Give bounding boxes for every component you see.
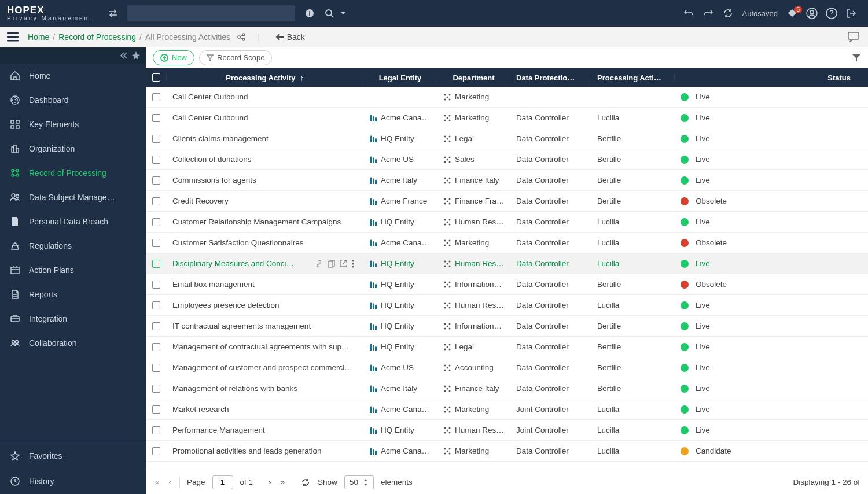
org-icon — [443, 156, 451, 164]
new-button[interactable]: New — [153, 50, 194, 65]
next-page-icon[interactable]: › — [267, 478, 273, 486]
row-checkbox[interactable] — [146, 343, 167, 351]
sidebar-item-history[interactable]: History — [0, 469, 146, 494]
sidebar-item-dashboard[interactable]: Dashboard — [0, 88, 146, 112]
undo-icon[interactable] — [682, 7, 695, 20]
table-row[interactable]: Management of contractual agreements wit… — [146, 337, 868, 357]
col-status[interactable]: Status — [675, 73, 868, 82]
col-dpo[interactable]: Data Protectio… — [510, 73, 591, 82]
row-checkbox[interactable] — [146, 156, 167, 164]
row-checkbox[interactable] — [146, 197, 167, 205]
table-row[interactable]: Clients claims managementHQ EntityLegalD… — [146, 128, 868, 149]
redo-icon[interactable] — [702, 7, 715, 20]
row-checkbox[interactable] — [146, 114, 167, 122]
sidebar-item-integration[interactable]: Integration — [0, 307, 146, 331]
logout-icon[interactable] — [845, 7, 858, 20]
table-row[interactable]: Management of relations with banksAcme I… — [146, 378, 868, 399]
cell-entity: Acme US — [363, 363, 437, 372]
open-icon[interactable] — [340, 260, 347, 268]
sidebar-item-record-of-processing[interactable]: Record of Processing — [0, 161, 146, 185]
select-all-checkbox[interactable] — [146, 73, 167, 82]
table-row[interactable]: IT contractual agreements managementHQ E… — [146, 316, 868, 337]
table-row[interactable]: Customer Satisfaction QuestionnairesAcme… — [146, 233, 868, 253]
row-checkbox[interactable] — [146, 301, 167, 309]
row-checkbox[interactable] — [146, 260, 167, 268]
table-row[interactable]: Call Center OutboundAcme Cana…MarketingD… — [146, 108, 868, 128]
row-checkbox[interactable] — [146, 447, 167, 455]
sidebar-item-organization[interactable]: Organization — [0, 137, 146, 161]
row-checkbox[interactable] — [146, 239, 167, 247]
status-dot — [681, 447, 689, 455]
link-icon[interactable] — [315, 260, 323, 268]
table-row[interactable]: Call Center OutboundMarketingLive — [146, 87, 868, 108]
table-row[interactable]: Commissions for agentsAcme ItalyFinance … — [146, 170, 868, 191]
refresh-page-icon[interactable] — [300, 478, 311, 486]
first-page-icon[interactable]: « — [154, 478, 161, 486]
prev-page-icon[interactable]: ‹ — [168, 478, 173, 486]
table-row[interactable]: Customer Relationship Management Campaig… — [146, 212, 868, 233]
row-checkbox[interactable] — [146, 281, 167, 289]
sidebar-item-personal-data-breach[interactable]: Personal Data Breach — [0, 209, 146, 234]
row-checkbox[interactable] — [146, 135, 167, 143]
last-page-icon[interactable]: » — [279, 478, 286, 486]
row-checkbox[interactable] — [146, 176, 167, 185]
filter-button[interactable] — [852, 53, 861, 62]
sidebar-item-regulations[interactable]: Regulations — [0, 234, 146, 258]
col-department[interactable]: Department — [437, 73, 510, 82]
row-checkbox[interactable] — [146, 385, 167, 393]
page-input[interactable] — [212, 475, 233, 489]
row-checkbox[interactable] — [146, 426, 167, 434]
svg-point-105 — [449, 369, 451, 371]
status-dot — [681, 197, 689, 205]
row-checkbox[interactable] — [146, 218, 167, 226]
back-button[interactable]: Back — [275, 32, 305, 42]
page-size-select[interactable]: 50 — [344, 475, 374, 489]
row-checkbox[interactable] — [146, 364, 167, 372]
search-icon[interactable] — [323, 7, 336, 20]
sidebar-item-label: Data Subject Manage… — [29, 193, 115, 202]
svg-point-35 — [444, 98, 446, 100]
refresh-icon[interactable] — [722, 7, 734, 20]
table-row[interactable]: Market researchAcme Cana…MarketingJoint … — [146, 399, 868, 420]
sidebar-item-collaboration[interactable]: Collaboration — [0, 331, 146, 355]
crumb-parent[interactable]: Record of Processing — [58, 32, 136, 42]
table-row[interactable]: Management of customer and prospect comm… — [146, 357, 868, 378]
table-row[interactable]: Promotional activities and leads generat… — [146, 441, 868, 462]
sidebar-icon — [9, 476, 21, 486]
row-checkbox[interactable] — [146, 405, 167, 414]
sidebar-item-reports[interactable]: Reports — [0, 282, 146, 307]
row-checkbox[interactable] — [146, 322, 167, 330]
help-icon[interactable] — [825, 7, 838, 20]
col-entity[interactable]: Legal Entity — [363, 73, 437, 82]
table-row[interactable]: Disciplinary Measures and Conci…HQ Entit… — [146, 253, 868, 274]
comment-icon[interactable] — [847, 31, 860, 43]
row-checkbox[interactable] — [146, 93, 167, 101]
sidebar-item-data-subject-manage-[interactable]: Data Subject Manage… — [0, 185, 146, 209]
status-dot — [681, 135, 689, 143]
info-icon[interactable]: i — [303, 7, 316, 20]
sidebar-item-action-plans[interactable]: Action Plans — [0, 258, 146, 282]
col-activity[interactable]: Processing Activity ↑ — [167, 73, 363, 82]
share-icon[interactable] — [235, 31, 248, 43]
hamburger-icon[interactable] — [5, 29, 21, 45]
sidebar-item-key-elements[interactable]: Key Elements — [0, 112, 146, 137]
user-icon[interactable] — [806, 7, 818, 20]
table-row[interactable]: Employees presence detectionHQ EntityHum… — [146, 295, 868, 316]
col-owner[interactable]: Processing Acti… — [591, 73, 675, 82]
table-row[interactable]: Performance ManagementHQ EntityHuman Res… — [146, 420, 868, 441]
table-row[interactable]: Credit RecoveryAcme FranceFinance Fra…Da… — [146, 191, 868, 212]
copy-icon[interactable] — [328, 260, 335, 268]
scope-button[interactable]: Record Scope — [199, 50, 272, 65]
table-row[interactable]: Collection of donationsAcme USSalesData … — [146, 149, 868, 170]
search-dropdown-icon[interactable] — [337, 7, 350, 20]
table-row[interactable]: Email box managementHQ EntityInformation… — [146, 274, 868, 295]
notifications-icon[interactable]: 5 — [786, 7, 799, 20]
sidebar-collapse[interactable] — [0, 47, 146, 64]
more-icon[interactable] — [352, 260, 354, 268]
sidebar-item-home[interactable]: Home — [0, 64, 146, 88]
sidebar-item-favorites[interactable]: Favorites — [0, 443, 146, 469]
search-input[interactable] — [127, 5, 295, 21]
crumb-home[interactable]: Home — [28, 32, 49, 42]
cell-owner: Bertille — [591, 197, 675, 205]
swap-icon[interactable] — [106, 7, 119, 20]
